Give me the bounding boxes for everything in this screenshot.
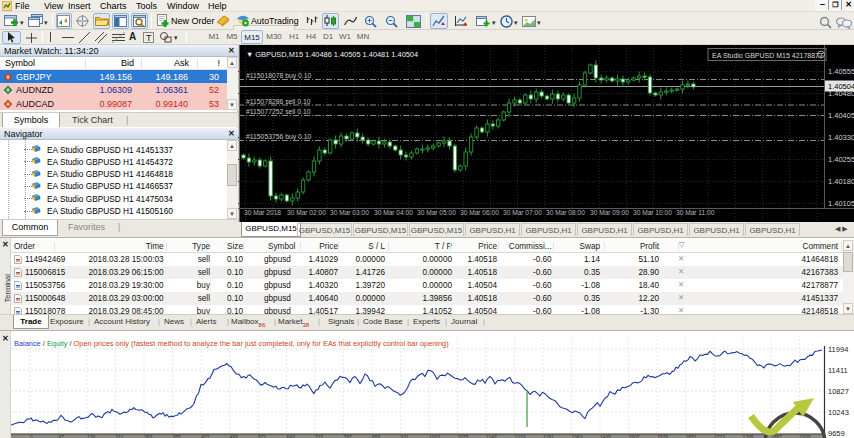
svg-text:1.40480: 1.40480	[828, 89, 854, 98]
svg-text:30 Mar 07:00: 30 Mar 07:00	[503, 209, 542, 216]
svg-text:Balance / Equity / Open prices: Balance / Equity / Open prices only (fas…	[14, 339, 449, 348]
svg-text:30 Mar 04:00: 30 Mar 04:00	[374, 209, 413, 216]
svg-text:30 Mar 11:00: 30 Mar 11:00	[676, 209, 715, 216]
svg-text:11994: 11994	[828, 345, 848, 354]
svg-text:1.40180: 1.40180	[828, 177, 854, 186]
svg-text:1.40405: 1.40405	[828, 111, 854, 120]
svg-text:10827: 10827	[828, 387, 849, 396]
svg-text:#115078286 sell 0.10: #115078286 sell 0.10	[246, 98, 311, 105]
svg-text:1.40330: 1.40330	[828, 133, 854, 142]
svg-text:1.40105: 1.40105	[828, 199, 854, 208]
svg-text:#115053756 buy 0.10: #115053756 buy 0.10	[246, 133, 311, 141]
svg-text:30 Mar 03:00: 30 Mar 03:00	[330, 209, 369, 216]
svg-text:30 Mar 09:00: 30 Mar 09:00	[590, 209, 629, 216]
svg-text:30 Mar 06:00: 30 Mar 06:00	[460, 209, 499, 216]
svg-text:#115077252 sell 0.10: #115077252 sell 0.10	[246, 108, 311, 115]
svg-text:#115018078 buy 0.10: #115018078 buy 0.10	[246, 72, 311, 80]
svg-text:30 Mar 2018: 30 Mar 2018	[244, 209, 281, 216]
svg-text:30 Mar 08:00: 30 Mar 08:00	[546, 209, 585, 216]
svg-text:11411: 11411	[828, 366, 848, 375]
svg-text:30 Mar 10:00: 30 Mar 10:00	[633, 209, 672, 216]
svg-text:10243: 10243	[828, 408, 849, 417]
svg-text:▼ GBPUSD,M15 1.40486 1.40505: ▼ GBPUSD,M15 1.40486 1.40505 1.40481 1.4…	[246, 50, 418, 59]
svg-text:30 Mar 05:00: 30 Mar 05:00	[417, 209, 456, 216]
svg-text:1.40255: 1.40255	[828, 155, 854, 164]
svg-text:30 Mar 02:00: 30 Mar 02:00	[287, 209, 326, 216]
svg-text:1.40555: 1.40555	[828, 67, 854, 76]
svg-text:EA Studio GBPUSD M15 42178877: EA Studio GBPUSD M15 42178877	[712, 52, 823, 59]
svg-text:9659: 9659	[828, 429, 845, 438]
